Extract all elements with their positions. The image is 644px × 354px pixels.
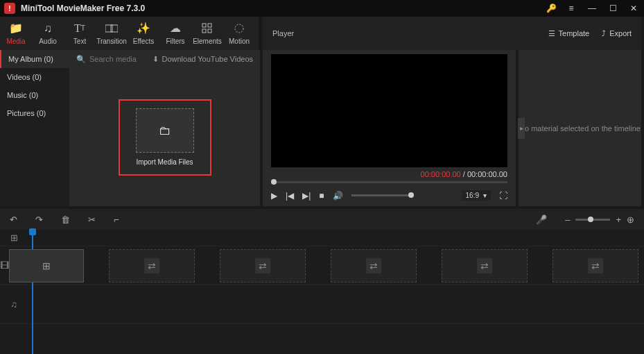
svg-point-6	[235, 24, 243, 33]
tab-text[interactable]: TT Text	[64, 17, 96, 50]
video-track-icon: 🎞	[0, 260, 9, 271]
key-icon[interactable]: 🔑	[546, 3, 557, 13]
text-icon: TT	[74, 22, 85, 35]
next-frame-button[interactable]: ▶|	[302, 191, 311, 201]
total-time: 00:00:00.00	[467, 170, 507, 178]
crop-button[interactable]: ⌐	[114, 214, 119, 225]
svg-rect-4	[202, 29, 206, 33]
sidebar-item-pictures[interactable]: Pictures (0)	[0, 104, 69, 122]
transition-slot-icon: ⇄	[477, 258, 492, 273]
search-icon: 🔍	[76, 55, 86, 64]
timecode: 00:00:00.00 / 00:00:00.00	[271, 167, 507, 181]
video-preview[interactable]	[271, 54, 507, 167]
transition-slot-icon: ⇄	[255, 258, 270, 273]
download-youtube-button[interactable]: ⬇ Download YouTube Videos	[153, 55, 254, 64]
volume-icon[interactable]: 🔊	[333, 191, 343, 201]
ratio-label: 16:9	[466, 192, 479, 199]
current-time: 00:00:00.00	[421, 170, 461, 178]
undo-button[interactable]: ↶	[10, 214, 17, 225]
add-track-button[interactable]: ⊞	[0, 233, 28, 243]
timeline-toolbar: ↶ ↷ 🗑 ✂ ⌐ 🎤 – + ⊕	[0, 209, 644, 230]
audio-track[interactable]	[28, 285, 644, 323]
svg-rect-2	[202, 24, 206, 27]
tab-label: Motion	[229, 37, 250, 45]
tab-motion[interactable]: Motion	[223, 17, 255, 50]
player-header: Player ☰ Template ⤴ Export	[263, 17, 641, 50]
transition-slot-icon: ⇄	[144, 258, 159, 273]
tab-label: Filters	[166, 37, 184, 45]
sidebar-item-label: Videos (0)	[7, 73, 42, 81]
tab-label: Text	[73, 37, 86, 45]
zoom-fit-button[interactable]: ⊕	[627, 214, 634, 225]
tab-transition[interactable]: Transition	[96, 17, 128, 50]
clip-slot[interactable]: ⇄	[331, 249, 417, 283]
template-button[interactable]: ☰ Template	[548, 29, 590, 38]
tab-label: Transition	[96, 37, 127, 45]
cut-button[interactable]: ✂	[88, 214, 96, 225]
sidebar-item-videos[interactable]: Videos (0)	[0, 68, 69, 86]
minimize-button[interactable]: —	[586, 3, 598, 13]
clip-slot[interactable]: ⇄	[109, 249, 195, 283]
folder-icon: 🗀	[159, 124, 171, 138]
player-title: Player	[272, 29, 294, 37]
player-pane: 00:00:00.00 / 00:00:00.00 ▶ |◀ ▶| ■ 🔊 16…	[263, 50, 516, 206]
volume-slider[interactable]	[351, 194, 414, 196]
zoom-out-button[interactable]: –	[565, 214, 570, 225]
zoom-control: – + ⊕	[565, 214, 634, 225]
tab-filters[interactable]: ☁ Filters	[159, 17, 191, 50]
tab-media[interactable]: 📁 Media	[0, 17, 32, 50]
transition-slot-icon: ⇄	[588, 258, 603, 273]
timeline: ⊞ 🎞 ⊞ ⇄ ⇄ ⇄ ⇄ ⇄ ♫	[0, 230, 644, 354]
transition-icon	[105, 22, 118, 35]
import-label: Import Media Files	[136, 158, 193, 166]
app-logo: !	[4, 3, 15, 14]
delete-button[interactable]: 🗑	[61, 214, 70, 225]
tab-audio[interactable]: ♫ Audio	[32, 17, 64, 50]
maximize-button[interactable]: ☐	[607, 3, 619, 13]
search-placeholder: Search media	[89, 55, 137, 63]
export-button[interactable]: ⤴ Export	[602, 29, 632, 37]
zoom-in-button[interactable]: +	[616, 214, 621, 225]
mic-icon[interactable]: 🎤	[536, 214, 547, 225]
clip-slot[interactable]: ⇄	[442, 249, 528, 283]
zoom-slider[interactable]	[575, 219, 610, 221]
prev-frame-button[interactable]: |◀	[286, 191, 294, 201]
import-media-button[interactable]: 🗀 Import Media Files	[124, 108, 206, 166]
media-sidebar: My Album (0) Videos (0) Music (0) Pictur…	[0, 50, 69, 206]
redo-button[interactable]: ↷	[35, 214, 43, 225]
tab-effects[interactable]: ✨ Effects	[128, 17, 159, 50]
clip-slot[interactable]: ⇄	[552, 249, 638, 283]
tab-elements[interactable]: Elements	[191, 17, 223, 50]
transition-slot-icon: ⇄	[366, 258, 381, 273]
ruler-track[interactable]	[28, 230, 644, 246]
filters-icon: ☁	[170, 22, 181, 35]
collapse-handle[interactable]: ▸	[518, 118, 525, 139]
sidebar-item-label: Pictures (0)	[7, 109, 46, 117]
progress-bar[interactable]	[271, 181, 507, 183]
layers-icon: ☰	[548, 29, 555, 38]
stop-button[interactable]: ■	[319, 191, 324, 201]
sidebar-item-myalbum[interactable]: My Album (0)	[0, 50, 69, 68]
main-tabs: 📁 Media ♫ Audio TT Text Transition ✨ Eff…	[0, 17, 260, 50]
tab-label: Effects	[133, 37, 154, 45]
effects-icon: ✨	[137, 22, 150, 35]
tab-label: Elements	[193, 37, 222, 45]
play-button[interactable]: ▶	[271, 191, 277, 201]
svg-rect-3	[208, 24, 211, 27]
download-label: Download YouTube Videos	[162, 55, 254, 63]
clip-slot[interactable]: ⊞	[9, 249, 84, 283]
music-icon: ♫	[44, 22, 52, 35]
motion-icon	[234, 22, 245, 35]
export-label: Export	[609, 29, 632, 37]
titlebar: ! MiniTool MovieMaker Free 7.3.0 🔑 ≡ — ☐…	[0, 0, 644, 17]
aspect-ratio-select[interactable]: 16:9 ▾	[462, 190, 491, 201]
tab-label: Media	[6, 37, 25, 45]
video-track[interactable]: ⊞ ⇄ ⇄ ⇄ ⇄ ⇄	[9, 246, 644, 285]
close-button[interactable]: ✕	[627, 3, 640, 13]
download-icon: ⬇	[153, 55, 159, 64]
menu-icon[interactable]: ≡	[565, 3, 577, 13]
sidebar-item-music[interactable]: Music (0)	[0, 86, 69, 104]
search-input[interactable]: 🔍 Search media	[76, 55, 137, 64]
fullscreen-button[interactable]: ⛶	[499, 191, 507, 201]
clip-slot[interactable]: ⇄	[220, 249, 306, 283]
